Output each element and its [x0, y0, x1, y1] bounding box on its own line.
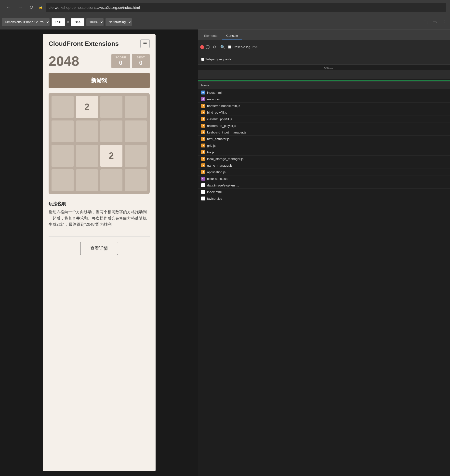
network-toolbar: ⚙ 🔍 Preserve log Inve	[198, 40, 450, 54]
list-item[interactable]: Cclear-sans.css	[198, 175, 450, 182]
forward-button[interactable]: →	[16, 4, 25, 11]
timeline-bar	[198, 80, 450, 81]
file-type-icon: J	[201, 117, 205, 121]
device-toolbar: Dimensions: iPhone 12 Pro × 100% No thro…	[0, 15, 450, 29]
list-item[interactable]: Jhtml_actuator.js	[198, 136, 450, 142]
tab-elements[interactable]: Elements	[200, 32, 221, 40]
tile-3-0	[52, 169, 74, 191]
list-item[interactable]: Cmain.css	[198, 96, 450, 103]
file-type-icon: J	[201, 157, 205, 161]
list-item[interactable]: index.html	[198, 189, 450, 195]
hamburger-button[interactable]: ☰	[140, 39, 150, 48]
list-item[interactable]: Japplication.js	[198, 169, 450, 175]
list-item[interactable]: Jbind_polyfill.js	[198, 109, 450, 116]
address-bar[interactable]	[46, 3, 446, 12]
tile-3-2	[100, 169, 122, 191]
timeline-block	[198, 70, 450, 79]
timeline-area: 500 ms	[198, 65, 450, 81]
file-name: index.html	[207, 190, 447, 194]
instructions: 玩法说明 拖动方格向一个方向移动，当两个相同数字的方格拖动到一起后，将其合并求和…	[43, 194, 156, 232]
tab-console[interactable]: Console	[222, 32, 242, 40]
tile-0-2	[100, 96, 122, 118]
list-item[interactable]: Jclasslist_polyfill.js	[198, 116, 450, 122]
file-type-icon: J	[201, 170, 205, 174]
list-item[interactable]: Jgame_manager.js	[198, 162, 450, 169]
devtools-tabs: Elements Console	[198, 29, 450, 40]
throttle-select[interactable]: No throttling	[106, 18, 132, 26]
file-name: data:image/svg+xml,...	[207, 184, 447, 187]
tile-3-1	[76, 169, 98, 191]
back-button[interactable]: ←	[4, 4, 13, 11]
list-item[interactable]: Hindex.html	[198, 89, 450, 96]
third-party-text: 3rd-party requests	[205, 57, 231, 61]
game-header: 2048 SCORE 0 BEST 0	[43, 53, 156, 73]
filter-row: 3rd-party requests	[198, 54, 450, 65]
score-label: SCORE	[115, 56, 126, 59]
file-name: local_storage_manager.js	[207, 157, 447, 161]
mobile-frame: CloudFront Extensions ☰ 2048 SCORE 0 BES…	[43, 34, 156, 471]
file-type-icon: C	[201, 97, 205, 101]
list-item[interactable]: data:image/svg+xml,...	[198, 182, 450, 189]
dimension-separator: ×	[67, 20, 69, 24]
score-box: SCORE 0	[111, 54, 130, 68]
browser-viewport: CloudFront Extensions ☰ 2048 SCORE 0 BES…	[0, 29, 198, 476]
dimension-select[interactable]: Dimensions: iPhone 12 Pro	[2, 18, 50, 26]
file-name: grid.js	[207, 144, 447, 147]
list-item[interactable]: Jbootstrap.bundle.min.js	[198, 103, 450, 109]
name-column-header: Name	[201, 84, 447, 87]
width-input[interactable]	[52, 18, 65, 26]
file-type-icon: J	[201, 150, 205, 154]
filter-icon[interactable]: ⚙	[211, 44, 217, 50]
search-icon[interactable]: 🔍	[219, 44, 227, 50]
file-name: keyboard_input_manager.js	[207, 131, 447, 134]
file-name: classlist_polyfill.js	[207, 117, 447, 121]
game-board-wrapper: 22	[43, 93, 156, 194]
score-value: 0	[115, 59, 126, 66]
tile-1-0	[52, 120, 74, 143]
clear-button[interactable]	[206, 45, 210, 49]
list-item[interactable]: Jgrid.js	[198, 142, 450, 149]
list-item[interactable]: Jtile.js	[198, 149, 450, 156]
third-party-checkbox[interactable]	[201, 58, 204, 61]
list-item[interactable]: Janimframe_polyfill.js	[198, 122, 450, 129]
device-mode-icon[interactable]: ▭	[431, 18, 438, 26]
instructions-heading: 玩法说明	[49, 201, 150, 207]
inspect-icon[interactable]: ⬚	[422, 18, 429, 26]
details-button[interactable]: 查看详情	[80, 242, 118, 255]
file-type-icon: J	[201, 130, 205, 134]
app-title: CloudFront Extensions	[49, 40, 119, 48]
file-name: clear-sans.css	[207, 177, 447, 181]
game-board: 22	[49, 93, 150, 194]
main-area: CloudFront Extensions ☰ 2048 SCORE 0 BES…	[0, 29, 450, 476]
list-item[interactable]: Jkeyboard_input_manager.js	[198, 129, 450, 136]
record-button[interactable]	[200, 45, 204, 49]
tile-2-3	[125, 145, 147, 167]
file-name: bind_polyfill.js	[207, 111, 447, 114]
file-name: favicon.ico	[207, 197, 447, 200]
tile-3-3	[125, 169, 147, 191]
new-game-button[interactable]: 新游戏	[49, 73, 150, 88]
best-value: 0	[136, 59, 146, 66]
tile-0-0	[52, 96, 74, 118]
file-name: animframe_polyfill.js	[207, 124, 447, 128]
file-type-icon: C	[201, 177, 205, 181]
lock-icon: 🔒	[39, 5, 43, 9]
file-type-icon: J	[201, 163, 205, 167]
tile-1-3	[125, 120, 147, 143]
refresh-button[interactable]: ↺	[27, 3, 36, 11]
file-name: game_manager.js	[207, 164, 447, 167]
file-type-icon	[201, 183, 205, 187]
tile-0-1: 2	[76, 96, 98, 118]
preserve-log-checkbox[interactable]	[228, 45, 231, 49]
file-name: application.js	[207, 170, 447, 174]
file-type-icon	[201, 190, 205, 194]
height-input[interactable]	[71, 18, 84, 26]
file-type-icon: J	[201, 137, 205, 141]
list-item[interactable]: favicon.ico	[198, 195, 450, 202]
tile-0-3	[125, 96, 147, 118]
zoom-select[interactable]: 100%	[86, 18, 104, 26]
score-boxes: SCORE 0 BEST 0	[111, 54, 150, 68]
list-item[interactable]: Jlocal_storage_manager.js	[198, 156, 450, 162]
more-options-button[interactable]: ⋮	[440, 19, 448, 26]
invert-partial: Inve	[252, 45, 258, 49]
